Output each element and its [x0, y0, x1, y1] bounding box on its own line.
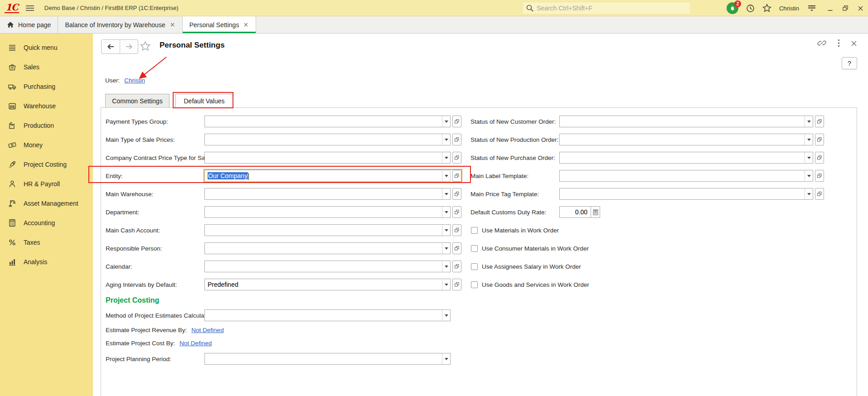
choose-from-list-button[interactable] [815, 116, 824, 127]
use-consumer-materials-checkbox[interactable] [471, 245, 478, 252]
choose-from-list-button[interactable] [452, 188, 461, 200]
payment-types-group-input[interactable] [204, 116, 451, 127]
minimize-button[interactable] [827, 5, 833, 11]
dropdown-arrow-icon[interactable] [442, 310, 450, 321]
close-form-button[interactable] [851, 40, 857, 47]
sidebar-item-hr-payroll[interactable]: HR & Payroll [0, 174, 93, 193]
sidebar-item-sales[interactable]: Sales [0, 57, 93, 77]
notifications-button[interactable]: 2 [727, 2, 738, 14]
favorites-button[interactable] [762, 4, 771, 13]
field-status-new-customer-order: Status of New Customer Order: [470, 112, 857, 130]
project-planning-period-input[interactable] [204, 353, 451, 365]
choose-from-list-button[interactable] [815, 134, 824, 145]
use-materials-checkbox[interactable] [471, 227, 478, 234]
back-button[interactable] [102, 40, 120, 53]
department-input[interactable] [204, 206, 451, 218]
personal-settings-form: Personal Settings ? Us [93, 34, 868, 396]
estimate-revenue-link[interactable]: Not Defined [191, 327, 223, 333]
service-menu-button[interactable] [807, 4, 817, 12]
user-link[interactable]: Christin [124, 77, 145, 84]
dropdown-arrow-icon[interactable] [442, 207, 450, 217]
entity-input[interactable]: Our Company [204, 170, 451, 182]
dropdown-arrow-icon[interactable] [442, 261, 450, 272]
dropdown-arrow-icon[interactable] [805, 152, 813, 163]
dropdown-arrow-icon[interactable] [442, 279, 450, 290]
dropdown-arrow-icon[interactable] [442, 243, 450, 254]
dropdown-arrow-icon[interactable] [442, 152, 450, 163]
method-of-project-estimates-input[interactable] [204, 309, 451, 321]
field-label: Calendar: [101, 263, 204, 270]
status-new-production-order-input[interactable] [559, 134, 813, 145]
company-contract-price-type-input[interactable] [204, 152, 451, 164]
sidebar-item-accounting[interactable]: Accounting [0, 213, 93, 232]
choose-from-list-button[interactable] [452, 261, 461, 272]
main-menu-button[interactable] [25, 5, 34, 11]
tab-close-icon[interactable] [170, 22, 175, 28]
calendar-input[interactable] [204, 261, 451, 272]
sidebar-item-money[interactable]: Money [0, 135, 93, 155]
dropdown-arrow-icon[interactable] [805, 188, 813, 199]
status-new-purchase-order-input[interactable] [559, 152, 813, 164]
search-input[interactable] [537, 5, 687, 12]
dropdown-arrow-icon[interactable] [442, 225, 450, 236]
close-window-button[interactable] [858, 5, 863, 11]
forward-button[interactable] [120, 40, 138, 53]
main-price-tag-template-input[interactable] [559, 188, 813, 200]
more-actions-button[interactable] [838, 39, 840, 48]
customs-duty-rate-input[interactable]: 0.00 [559, 206, 591, 218]
sidebar-item-quick-menu[interactable]: Quick menu [0, 38, 93, 57]
tab-balance-of-inventory[interactable]: Balance of Inventory by Warehouse [58, 16, 182, 33]
sidebar-item-purchasing[interactable]: Purchasing [0, 77, 93, 96]
sidebar-item-production[interactable]: Production [0, 116, 93, 135]
tab-default-values[interactable]: Default Values [175, 94, 233, 108]
help-button[interactable]: ? [842, 57, 857, 69]
tab-close-icon[interactable] [243, 22, 249, 28]
choose-from-list-button[interactable] [452, 134, 461, 145]
tab-common-settings[interactable]: Common Settings [105, 94, 170, 108]
restore-window-button[interactable] [842, 5, 849, 11]
main-cash-account-input[interactable] [204, 224, 451, 236]
dropdown-arrow-icon[interactable] [805, 116, 813, 127]
choose-from-list-button[interactable] [452, 206, 461, 218]
use-assignees-salary-checkbox[interactable] [471, 263, 478, 270]
responsible-person-input[interactable] [204, 242, 451, 254]
dropdown-arrow-icon[interactable] [442, 134, 450, 145]
dropdown-arrow-icon[interactable] [442, 170, 450, 181]
choose-from-list-button[interactable] [815, 152, 824, 164]
choose-from-list-button[interactable] [452, 116, 461, 127]
use-goods-services-checkbox[interactable] [471, 281, 478, 288]
calculator-button[interactable] [591, 206, 600, 218]
tab-label: Balance of Inventory by Warehouse [65, 21, 165, 29]
sidebar-item-project-costing[interactable]: Project Costing [0, 155, 93, 174]
main-type-of-sale-prices-input[interactable] [204, 134, 451, 145]
dropdown-arrow-icon[interactable] [805, 134, 813, 145]
tab-label: Personal Settings [189, 21, 239, 29]
choose-from-list-button[interactable] [452, 242, 461, 254]
dropdown-arrow-icon[interactable] [805, 170, 813, 181]
choose-from-list-button[interactable] [452, 224, 461, 236]
dropdown-arrow-icon[interactable] [442, 116, 450, 127]
global-search[interactable] [522, 2, 691, 14]
tab-home-page[interactable]: Home page [0, 16, 58, 33]
sidebar-item-analysis[interactable]: Analysis [0, 252, 93, 271]
sidebar-item-warehouse[interactable]: Warehouse [0, 96, 93, 116]
sidebar-item-asset-management[interactable]: Asset Management [0, 193, 93, 213]
choose-from-list-button[interactable] [452, 170, 461, 182]
sidebar-item-taxes[interactable]: Taxes [0, 232, 93, 252]
status-new-customer-order-input[interactable] [559, 116, 813, 127]
choose-from-list-button[interactable] [452, 279, 461, 290]
aging-intervals-input[interactable]: Predefined [204, 279, 451, 290]
estimate-cost-link[interactable]: Not Defined [179, 340, 212, 347]
dropdown-arrow-icon[interactable] [442, 188, 450, 199]
tab-personal-settings[interactable]: Personal Settings [183, 16, 257, 33]
choose-from-list-button[interactable] [452, 152, 461, 164]
main-label-template-input[interactable] [559, 170, 813, 182]
get-link-button[interactable] [817, 39, 827, 48]
dropdown-arrow-icon[interactable] [442, 353, 450, 364]
add-to-favorites-button[interactable] [140, 41, 151, 52]
choose-from-list-button[interactable] [815, 188, 824, 200]
main-warehouse-input[interactable] [204, 188, 451, 200]
restore-icon [842, 5, 849, 11]
history-button[interactable] [746, 4, 755, 13]
choose-from-list-button[interactable] [815, 170, 824, 182]
